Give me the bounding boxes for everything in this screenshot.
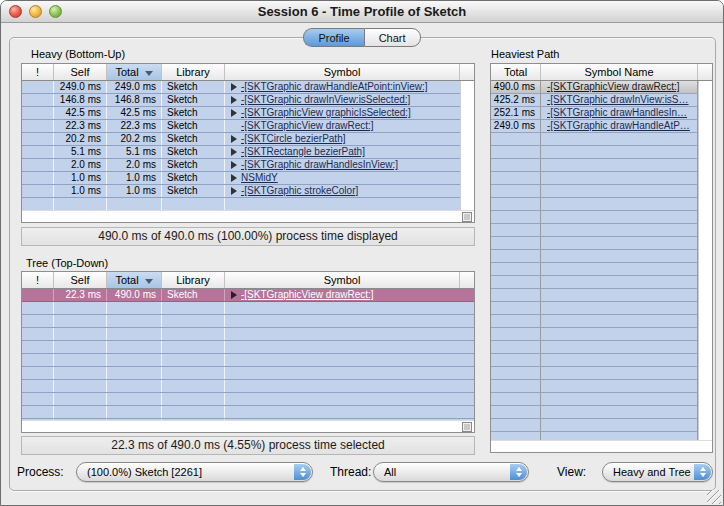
table-row[interactable]: 2.0 ms2.0 msSketch-[SKTGraphic drawHandl… — [22, 159, 460, 172]
tree-table-header: ! Self Total Library Symbol — [22, 272, 474, 289]
column-header-bang[interactable]: ! — [22, 272, 54, 288]
empty-rows — [22, 198, 474, 210]
disclosure-triangle-icon[interactable] — [231, 96, 237, 104]
heavy-table: ! Self Total Library Symbol 249.0 ms249.… — [21, 63, 475, 223]
table-row-selected[interactable]: 490.0 ms-[SKTGraphicView drawRect:] — [491, 81, 698, 94]
disclosure-triangle-icon[interactable] — [231, 291, 237, 299]
scroll-corner-box — [462, 422, 472, 432]
disclosure-triangle-icon[interactable] — [231, 109, 237, 117]
column-header-symbol[interactable]: Symbol — [225, 272, 460, 288]
vertical-scrollbar[interactable] — [698, 81, 712, 440]
popup-arrows-icon — [510, 464, 527, 480]
tree-section-label: Tree (Top-Down) — [26, 257, 108, 269]
scroll-corner-box — [462, 212, 472, 222]
table-row[interactable]: 1.0 ms1.0 msSketchNSMidY — [22, 172, 460, 185]
window-title: Session 6 - Time Profile of Sketch — [1, 4, 723, 19]
table-row[interactable]: 249.0 ms249.0 msSketch-[SKTGraphic drawH… — [22, 81, 460, 94]
symbol-link[interactable]: NSMidY — [241, 172, 278, 184]
heaviest-path-label: Heaviest Path — [491, 48, 559, 60]
process-label: Process: — [17, 465, 64, 479]
symbol-link[interactable]: -[SKTGraphic drawHandlesInView:] — [241, 159, 398, 171]
table-row[interactable]: 22.3 ms22.3 msSketch-[SKTGraphicView dra… — [22, 120, 460, 133]
sort-descending-icon — [145, 279, 153, 284]
symbol-link[interactable]: -[SKTGraphicView drawRect:] — [241, 289, 374, 301]
view-popup[interactable]: Heavy and Tree — [602, 462, 713, 482]
column-header-self[interactable]: Self — [54, 272, 107, 288]
horizontal-scrollbar[interactable] — [22, 210, 474, 222]
profiler-window: Session 6 - Time Profile of Sketch Profi… — [0, 0, 724, 506]
column-header-library[interactable]: Library — [162, 272, 225, 288]
horizontal-scrollbar[interactable] — [22, 420, 474, 432]
heavy-section-label: Heavy (Bottom-Up) — [31, 48, 125, 60]
table-row[interactable]: 146.8 ms146.8 msSketch-[SKTGraphic drawI… — [22, 94, 460, 107]
heavy-status-text: 490.0 ms of 490.0 ms (100.00%) process t… — [21, 227, 475, 246]
tab-bar: Profile Chart — [1, 28, 723, 47]
empty-rows — [22, 302, 474, 420]
vertical-scrollbar[interactable] — [460, 81, 474, 210]
column-header-self[interactable]: Self — [54, 64, 107, 80]
column-header-total[interactable]: Total — [107, 64, 162, 80]
horizontal-scrollbar[interactable] — [491, 440, 712, 452]
tab-profile[interactable]: Profile — [303, 28, 363, 47]
heavy-table-header: ! Self Total Library Symbol — [22, 64, 474, 81]
symbol-link[interactable]: -[SKTGraphic drawHandleAtPoint:inView:] — [241, 81, 428, 93]
column-header-library[interactable]: Library — [162, 64, 225, 80]
empty-rows — [491, 133, 712, 440]
column-header-symbol-name[interactable]: Symbol Name — [541, 64, 698, 80]
symbol-link[interactable]: -[SKTGraphicView drawRect:] — [547, 81, 680, 92]
tree-table: ! Self Total Library Symbol 22.3 ms490.0… — [21, 271, 475, 433]
table-row[interactable]: 252.1 ms-[SKTGraphic drawHandlesIn… — [491, 107, 698, 120]
view-label: View: — [557, 465, 586, 479]
column-header-total[interactable]: Total — [491, 64, 541, 80]
column-header-bang[interactable]: ! — [22, 64, 54, 80]
disclosure-triangle-icon[interactable] — [231, 148, 237, 156]
table-row[interactable]: 425.2 ms-[SKTGraphic drawInView:isS… — [491, 94, 698, 107]
disclosure-triangle-icon[interactable] — [231, 83, 237, 91]
disclosure-triangle-icon[interactable] — [231, 187, 237, 195]
popup-arrows-icon — [294, 464, 311, 480]
popup-arrows-icon — [694, 464, 711, 480]
table-row[interactable]: 249.0 ms-[SKTGraphic drawHandleAtP… — [491, 120, 698, 133]
table-row[interactable]: 42.5 ms42.5 msSketch-[SKTGraphicView gra… — [22, 107, 460, 120]
thread-popup[interactable]: All — [373, 462, 529, 482]
table-row[interactable]: 20.2 ms20.2 msSketch-[SKTCircle bezierPa… — [22, 133, 460, 146]
disclosure-triangle-icon[interactable] — [231, 135, 237, 143]
symbol-link[interactable]: -[SKTGraphicView drawRect:] — [241, 120, 374, 132]
disclosure-triangle-icon[interactable] — [231, 161, 237, 169]
symbol-link[interactable]: -[SKTGraphic drawInView:isSelected:] — [241, 94, 410, 106]
thread-label: Thread: — [330, 465, 371, 479]
symbol-link[interactable]: -[SKTGraphic drawHandlesIn… — [547, 107, 687, 118]
symbol-link[interactable]: -[SKTGraphic drawInView:isS… — [547, 94, 689, 105]
symbol-link[interactable]: -[SKTGraphic drawHandleAtP… — [547, 120, 690, 131]
heaviest-path-header: Total Symbol Name — [491, 64, 712, 81]
window-resize-grip[interactable] — [707, 490, 721, 504]
titlebar[interactable]: Session 6 - Time Profile of Sketch — [1, 1, 723, 23]
symbol-link[interactable]: -[SKTRectangle bezierPath] — [241, 146, 365, 158]
table-row[interactable]: 1.0 ms1.0 msSketch-[SKTGraphic strokeCol… — [22, 185, 460, 198]
heaviest-path-table: Total Symbol Name 490.0 ms-[SKTGraphicVi… — [490, 63, 713, 453]
column-header-symbol[interactable]: Symbol — [225, 64, 460, 80]
disclosure-triangle-icon[interactable] — [231, 174, 237, 182]
column-header-total[interactable]: Total — [107, 272, 162, 288]
process-popup[interactable]: (100.0%) Sketch [2261] — [76, 462, 313, 482]
symbol-link[interactable]: -[SKTGraphic strokeColor] — [241, 185, 358, 197]
sort-descending-icon — [145, 71, 153, 76]
tab-chart[interactable]: Chart — [364, 28, 421, 47]
table-row-selected[interactable]: 22.3 ms490.0 msSketch-[SKTGraphicView dr… — [22, 289, 474, 302]
tree-status-text: 22.3 ms of 490.0 ms (4.55%) process time… — [21, 436, 475, 455]
table-row[interactable]: 5.1 ms5.1 msSketch-[SKTRectangle bezierP… — [22, 146, 460, 159]
symbol-link[interactable]: -[SKTCircle bezierPath] — [241, 133, 345, 145]
symbol-link[interactable]: -[SKTGraphicView graphicIsSelected:] — [241, 107, 411, 119]
